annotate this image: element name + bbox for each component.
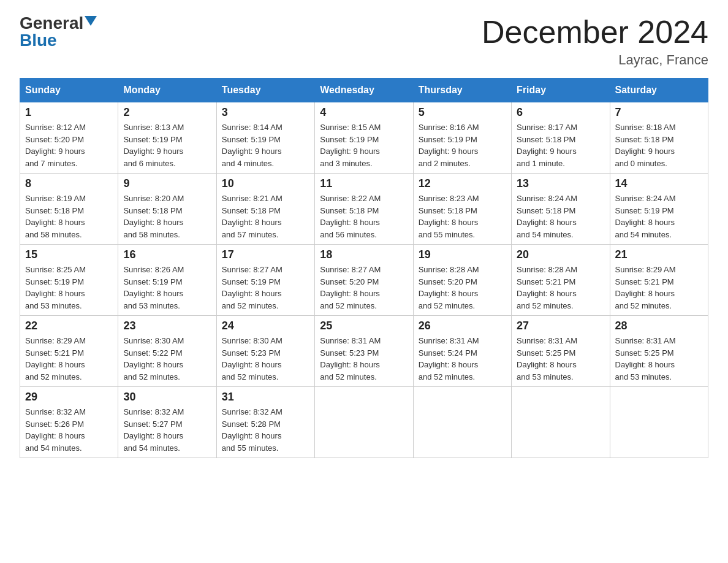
calendar-cell: 17Sunrise: 8:27 AM Sunset: 5:19 PM Dayli… — [216, 245, 314, 316]
day-info: Sunrise: 8:18 AM Sunset: 5:18 PM Dayligh… — [615, 121, 703, 169]
day-number: 29 — [25, 391, 113, 404]
calendar-cell: 16Sunrise: 8:26 AM Sunset: 5:19 PM Dayli… — [118, 245, 216, 316]
day-info: Sunrise: 8:26 AM Sunset: 5:19 PM Dayligh… — [123, 264, 211, 312]
day-info: Sunrise: 8:32 AM Sunset: 5:26 PM Dayligh… — [25, 406, 113, 454]
day-number: 23 — [123, 320, 211, 332]
day-number: 13 — [517, 177, 604, 190]
day-number: 6 — [517, 106, 604, 119]
day-info: Sunrise: 8:23 AM Sunset: 5:18 PM Dayligh… — [419, 193, 506, 240]
day-info: Sunrise: 8:24 AM Sunset: 5:18 PM Dayligh… — [517, 193, 604, 240]
calendar-cell: 3Sunrise: 8:14 AM Sunset: 5:19 PM Daylig… — [216, 102, 314, 174]
calendar-cell: 20Sunrise: 8:28 AM Sunset: 5:21 PM Dayli… — [512, 245, 610, 316]
calendar-cell: 28Sunrise: 8:31 AM Sunset: 5:25 PM Dayli… — [610, 316, 708, 387]
day-info: Sunrise: 8:29 AM Sunset: 5:21 PM Dayligh… — [615, 264, 703, 312]
day-info: Sunrise: 8:13 AM Sunset: 5:19 PM Dayligh… — [123, 121, 211, 169]
calendar-cell: 26Sunrise: 8:31 AM Sunset: 5:24 PM Dayli… — [413, 316, 511, 387]
calendar-cell: 24Sunrise: 8:30 AM Sunset: 5:23 PM Dayli… — [216, 316, 314, 387]
day-info: Sunrise: 8:31 AM Sunset: 5:25 PM Dayligh… — [517, 335, 604, 383]
day-info: Sunrise: 8:15 AM Sunset: 5:19 PM Dayligh… — [320, 121, 408, 169]
day-info: Sunrise: 8:22 AM Sunset: 5:18 PM Dayligh… — [320, 193, 408, 240]
day-number: 26 — [419, 320, 506, 332]
day-info: Sunrise: 8:24 AM Sunset: 5:19 PM Dayligh… — [615, 193, 703, 240]
day-number: 9 — [123, 177, 211, 190]
day-info: Sunrise: 8:30 AM Sunset: 5:22 PM Dayligh… — [123, 335, 211, 383]
day-number: 30 — [123, 391, 211, 404]
calendar-cell: 18Sunrise: 8:27 AM Sunset: 5:20 PM Dayli… — [315, 245, 413, 316]
calendar-cell: 8Sunrise: 8:19 AM Sunset: 5:18 PM Daylig… — [20, 174, 118, 245]
day-number: 21 — [615, 248, 703, 261]
title-area: December 2024 Layrac, France — [482, 15, 708, 68]
day-number: 12 — [419, 177, 506, 190]
day-number: 15 — [25, 248, 113, 261]
logo-triangle-icon — [85, 16, 97, 26]
calendar-cell: 31Sunrise: 8:32 AM Sunset: 5:28 PM Dayli… — [216, 387, 314, 458]
day-info: Sunrise: 8:17 AM Sunset: 5:18 PM Dayligh… — [517, 121, 604, 169]
day-number: 16 — [123, 248, 211, 261]
calendar-cell: 1Sunrise: 8:12 AM Sunset: 5:20 PM Daylig… — [20, 102, 118, 174]
calendar-cell — [315, 387, 413, 458]
day-number: 31 — [222, 391, 309, 404]
day-number: 18 — [320, 248, 408, 261]
col-header-saturday: Saturday — [610, 79, 708, 102]
day-number: 28 — [615, 320, 703, 332]
calendar-cell — [610, 387, 708, 458]
calendar-cell: 6Sunrise: 8:17 AM Sunset: 5:18 PM Daylig… — [512, 102, 610, 174]
logo-blue: Blue — [20, 32, 57, 49]
day-info: Sunrise: 8:28 AM Sunset: 5:21 PM Dayligh… — [517, 264, 604, 312]
day-info: Sunrise: 8:14 AM Sunset: 5:19 PM Dayligh… — [222, 121, 309, 169]
col-header-friday: Friday — [512, 79, 610, 102]
day-number: 19 — [419, 248, 506, 261]
calendar-cell — [512, 387, 610, 458]
day-info: Sunrise: 8:27 AM Sunset: 5:19 PM Dayligh… — [222, 264, 309, 312]
calendar-cell: 19Sunrise: 8:28 AM Sunset: 5:20 PM Dayli… — [413, 245, 511, 316]
day-number: 4 — [320, 106, 408, 119]
calendar-cell: 23Sunrise: 8:30 AM Sunset: 5:22 PM Dayli… — [118, 316, 216, 387]
location: Layrac, France — [482, 52, 708, 68]
month-title: December 2024 — [482, 15, 708, 50]
day-info: Sunrise: 8:28 AM Sunset: 5:20 PM Dayligh… — [419, 264, 506, 312]
calendar-cell: 9Sunrise: 8:20 AM Sunset: 5:18 PM Daylig… — [118, 174, 216, 245]
day-info: Sunrise: 8:31 AM Sunset: 5:23 PM Dayligh… — [320, 335, 408, 383]
calendar-cell: 15Sunrise: 8:25 AM Sunset: 5:19 PM Dayli… — [20, 245, 118, 316]
day-info: Sunrise: 8:16 AM Sunset: 5:19 PM Dayligh… — [419, 121, 506, 169]
calendar-cell: 4Sunrise: 8:15 AM Sunset: 5:19 PM Daylig… — [315, 102, 413, 174]
calendar-cell: 22Sunrise: 8:29 AM Sunset: 5:21 PM Dayli… — [20, 316, 118, 387]
calendar-cell: 21Sunrise: 8:29 AM Sunset: 5:21 PM Dayli… — [610, 245, 708, 316]
day-number: 25 — [320, 320, 408, 332]
day-number: 17 — [222, 248, 309, 261]
calendar-cell: 5Sunrise: 8:16 AM Sunset: 5:19 PM Daylig… — [413, 102, 511, 174]
calendar-cell: 27Sunrise: 8:31 AM Sunset: 5:25 PM Dayli… — [512, 316, 610, 387]
day-info: Sunrise: 8:27 AM Sunset: 5:20 PM Dayligh… — [320, 264, 408, 312]
calendar-table: SundayMondayTuesdayWednesdayThursdayFrid… — [20, 78, 708, 458]
calendar-cell: 30Sunrise: 8:32 AM Sunset: 5:27 PM Dayli… — [118, 387, 216, 458]
day-info: Sunrise: 8:20 AM Sunset: 5:18 PM Dayligh… — [123, 193, 211, 240]
page-header: General Blue December 2024 Layrac, Franc… — [20, 15, 708, 68]
calendar-cell: 13Sunrise: 8:24 AM Sunset: 5:18 PM Dayli… — [512, 174, 610, 245]
week-row-2: 8Sunrise: 8:19 AM Sunset: 5:18 PM Daylig… — [20, 174, 708, 245]
day-info: Sunrise: 8:25 AM Sunset: 5:19 PM Dayligh… — [25, 264, 113, 312]
calendar-cell: 29Sunrise: 8:32 AM Sunset: 5:26 PM Dayli… — [20, 387, 118, 458]
logo: General Blue — [20, 15, 97, 49]
week-row-5: 29Sunrise: 8:32 AM Sunset: 5:26 PM Dayli… — [20, 387, 708, 458]
day-number: 1 — [25, 106, 113, 119]
calendar-cell: 14Sunrise: 8:24 AM Sunset: 5:19 PM Dayli… — [610, 174, 708, 245]
week-row-1: 1Sunrise: 8:12 AM Sunset: 5:20 PM Daylig… — [20, 102, 708, 174]
day-number: 5 — [419, 106, 506, 119]
day-number: 22 — [25, 320, 113, 332]
day-number: 11 — [320, 177, 408, 190]
day-header-row: SundayMondayTuesdayWednesdayThursdayFrid… — [20, 79, 708, 102]
day-number: 20 — [517, 248, 604, 261]
day-info: Sunrise: 8:32 AM Sunset: 5:27 PM Dayligh… — [123, 406, 211, 454]
day-number: 3 — [222, 106, 309, 119]
calendar-cell: 25Sunrise: 8:31 AM Sunset: 5:23 PM Dayli… — [315, 316, 413, 387]
calendar-cell — [413, 387, 511, 458]
day-number: 8 — [25, 177, 113, 190]
day-info: Sunrise: 8:31 AM Sunset: 5:24 PM Dayligh… — [419, 335, 506, 383]
col-header-tuesday: Tuesday — [216, 79, 314, 102]
day-number: 7 — [615, 106, 703, 119]
calendar-cell: 7Sunrise: 8:18 AM Sunset: 5:18 PM Daylig… — [610, 102, 708, 174]
day-info: Sunrise: 8:30 AM Sunset: 5:23 PM Dayligh… — [222, 335, 309, 383]
day-info: Sunrise: 8:31 AM Sunset: 5:25 PM Dayligh… — [615, 335, 703, 383]
calendar-cell: 11Sunrise: 8:22 AM Sunset: 5:18 PM Dayli… — [315, 174, 413, 245]
day-number: 2 — [123, 106, 211, 119]
